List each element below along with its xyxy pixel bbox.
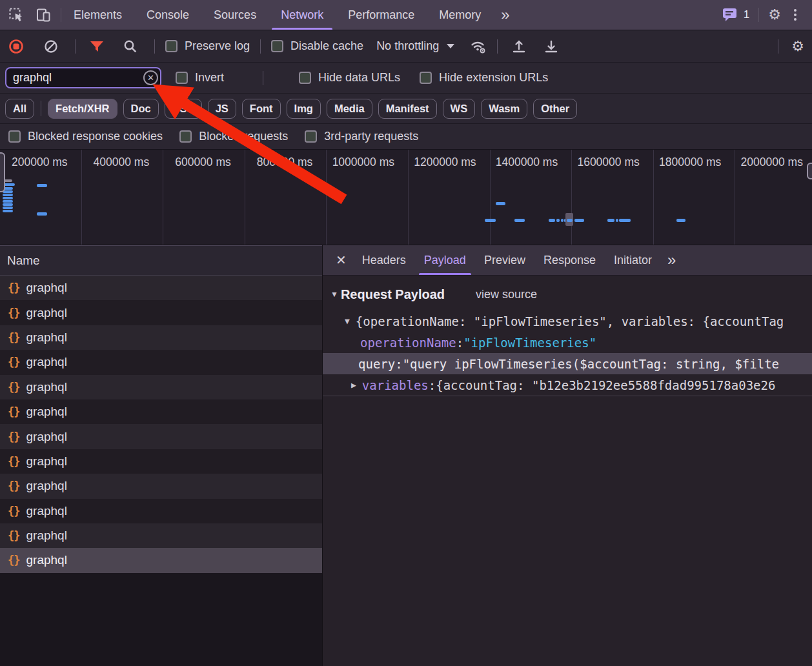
fetch-xhr-icon: {} xyxy=(8,455,19,468)
divider xyxy=(260,39,261,54)
network-overview-timeline[interactable]: 200000 ms400000 ms600000 ms800000 ms1000… xyxy=(0,150,812,245)
waterfall-bar xyxy=(485,219,496,222)
waterfall-bar xyxy=(561,219,563,222)
table-row[interactable]: {} graphql xyxy=(0,449,322,474)
type-filter-chip[interactable]: WS xyxy=(443,99,476,119)
waterfall-bar xyxy=(3,203,13,206)
table-row[interactable]: {} graphql xyxy=(0,548,322,572)
more-tabs-icon[interactable]: » xyxy=(493,0,516,30)
table-row[interactable]: {} graphql xyxy=(0,424,322,449)
inspect-element-icon[interactable] xyxy=(8,6,25,23)
overview-drag-handle-right[interactable] xyxy=(807,163,812,179)
payload-operation-line[interactable]: operationName: "ipFlowTimeseries" xyxy=(323,332,812,353)
detail-tab[interactable]: Preview xyxy=(475,245,534,275)
type-filter-chip[interactable]: Fetch/XHR xyxy=(48,99,117,119)
panel-tabs: ElementsConsoleSourcesNetworkPerformance… xyxy=(61,0,493,30)
type-filter-chip[interactable]: Font xyxy=(242,99,281,119)
waterfall-bar xyxy=(556,219,560,222)
payload-variables-line[interactable]: ▶ variables: {accountTag: "b12e3b2192ee5… xyxy=(323,374,812,396)
type-filter-chip[interactable]: JS xyxy=(208,99,236,119)
record-network-log-button[interactable] xyxy=(8,38,25,55)
clear-filter-icon[interactable]: ✕ xyxy=(143,70,158,85)
panel-tab[interactable]: Sources xyxy=(201,0,269,30)
devtools-tabbar: ElementsConsoleSourcesNetworkPerformance… xyxy=(0,0,812,30)
filter-button[interactable] xyxy=(88,38,105,55)
detail-tab[interactable]: Response xyxy=(534,245,605,275)
device-toolbar-icon[interactable] xyxy=(35,6,52,23)
type-filter-chip[interactable]: Other xyxy=(533,99,577,119)
panel-tab[interactable]: Elements xyxy=(61,0,134,30)
import-har-icon[interactable] xyxy=(511,38,527,55)
table-row[interactable]: {} graphql xyxy=(0,499,322,523)
checkbox[interactable] xyxy=(305,130,317,143)
more-detail-tabs-icon[interactable]: » xyxy=(661,245,681,275)
hide-extension-urls-checkbox[interactable]: Hide extension URLs xyxy=(420,71,548,85)
type-filter-chip[interactable]: Manifest xyxy=(378,99,437,119)
detail-tab[interactable]: Initiator xyxy=(605,245,661,275)
fetch-xhr-icon: {} xyxy=(8,554,19,567)
clear-network-log-button[interactable] xyxy=(43,38,59,55)
advanced-filter-checkbox[interactable]: 3rd-party requests xyxy=(305,130,418,143)
divider xyxy=(154,39,155,54)
devtools-window: ElementsConsoleSourcesNetworkPerformance… xyxy=(0,0,812,666)
divider xyxy=(75,39,76,54)
close-icon[interactable]: ✕ xyxy=(323,245,353,275)
table-row[interactable]: {} graphql xyxy=(0,300,322,325)
issues-message-icon[interactable] xyxy=(722,6,738,23)
type-filter-chip[interactable]: Media xyxy=(327,99,372,119)
fetch-xhr-icon: {} xyxy=(8,356,19,368)
table-row[interactable]: {} graphql xyxy=(0,523,322,548)
advanced-filter-checkbox[interactable]: Blocked response cookies xyxy=(8,130,163,143)
hide-data-urls-checkbox[interactable]: Hide data URLs xyxy=(299,71,400,85)
checkbox[interactable] xyxy=(299,72,311,84)
panel-tab[interactable]: Console xyxy=(134,0,201,30)
customize-menu-icon[interactable] xyxy=(790,9,800,21)
type-filter-chip[interactable]: Doc xyxy=(123,99,159,119)
table-row[interactable]: {} graphql xyxy=(0,474,322,498)
checkbox[interactable] xyxy=(176,72,188,84)
checkbox[interactable] xyxy=(8,130,21,143)
checkbox[interactable] xyxy=(271,40,283,52)
type-filter-chip[interactable]: Wasm xyxy=(481,99,527,119)
column-header-name[interactable]: Name xyxy=(0,245,322,276)
expanded-icon[interactable]: ▼ xyxy=(345,316,350,326)
panel-tab[interactable]: Memory xyxy=(427,0,493,30)
panel-tab[interactable]: Network xyxy=(269,0,336,30)
throttling-dropdown[interactable]: No throttling xyxy=(376,39,454,53)
payload-panel: ▼ Request Payload view source ▼ {operati… xyxy=(323,276,812,396)
detail-tab[interactable]: Headers xyxy=(353,245,415,275)
divider xyxy=(778,39,778,54)
preserve-log-checkbox[interactable]: Preserve log xyxy=(165,39,250,53)
type-filter-chip[interactable]: CSS xyxy=(165,99,202,119)
search-icon[interactable] xyxy=(122,38,139,55)
payload-query-line-selected[interactable]: query: "query ipFlowTimeseries($accountT… xyxy=(323,353,812,374)
type-filter-chip[interactable]: Img xyxy=(287,99,321,119)
settings-gear-icon[interactable]: ⚙ xyxy=(768,8,781,22)
checkbox[interactable] xyxy=(179,130,192,143)
checkbox[interactable] xyxy=(165,40,178,52)
detail-tab[interactable]: Payload xyxy=(415,245,475,275)
request-detail-panel: ✕ HeadersPayloadPreviewResponseInitiator… xyxy=(323,245,812,666)
table-row[interactable]: {} graphql xyxy=(0,350,322,374)
checkbox[interactable] xyxy=(420,72,432,84)
type-filter-chip[interactable]: All xyxy=(5,99,34,119)
advanced-filter-checkbox[interactable]: Blocked requests xyxy=(179,130,288,143)
payload-root-line[interactable]: ▼ {operationName: "ipFlowTimeseries", va… xyxy=(323,310,812,332)
disable-cache-checkbox[interactable]: Disable cache xyxy=(271,39,363,53)
export-har-icon[interactable] xyxy=(543,38,560,55)
view-source-link[interactable]: view source xyxy=(476,288,537,301)
collapsed-icon[interactable]: ▶ xyxy=(351,380,356,390)
network-conditions-icon[interactable] xyxy=(470,38,487,55)
overview-drag-handle-left[interactable] xyxy=(0,152,5,192)
waterfall-bar xyxy=(37,184,47,187)
waterfall-bar xyxy=(3,194,13,196)
panel-tab[interactable]: Performance xyxy=(336,0,427,30)
table-row[interactable]: {} graphql xyxy=(0,375,322,399)
invert-checkbox[interactable]: Invert xyxy=(176,71,224,85)
section-expanded-icon[interactable]: ▼ xyxy=(330,290,338,299)
table-row[interactable]: {} graphql xyxy=(0,325,322,350)
table-row[interactable]: {} graphql xyxy=(0,276,322,300)
table-row[interactable]: {} graphql xyxy=(0,399,322,424)
network-settings-gear-icon[interactable]: ⚙ xyxy=(791,39,804,54)
filter-input[interactable] xyxy=(5,67,161,88)
